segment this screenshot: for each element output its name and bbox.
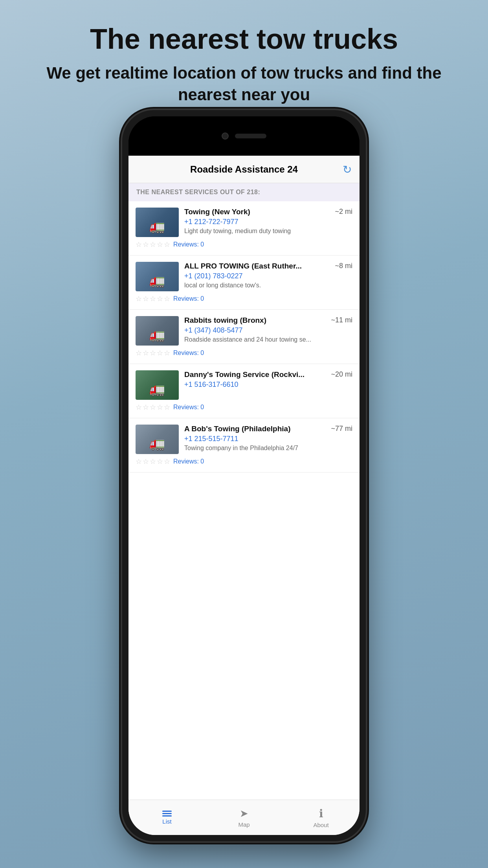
service-phone[interactable]: +1 (201) 783-0227 [184,272,352,280]
star-rating: ☆ ☆ ☆ ☆ ☆ [136,457,170,466]
star-rating: ☆ ☆ ☆ ☆ ☆ [136,294,170,303]
list-item[interactable]: 🚛 ALL PRO TOWING (East Ruther... ~8 mi +… [128,256,360,310]
tab-bar: List ➤ Map ℹ About [128,800,360,835]
phone-inner: Roadside Assistance 24 ↻ THE NEAREST SER… [128,116,360,835]
tab-about-label: About [313,822,328,828]
service-distance: ~77 mi [331,425,352,433]
service-info: Rabbits towing (Bronx) ~11 mi +1 (347) 4… [184,316,352,343]
service-distance: ~8 mi [335,262,352,270]
phone-screen: Roadside Assistance 24 ↻ THE NEAREST SER… [128,156,360,835]
service-image: 🚛 [136,262,179,291]
services-list: 🚛 Towing (New York) ~2 mi +1 212-722-797… [128,201,360,800]
tab-list[interactable]: List [128,811,205,825]
truck-icon: 🚛 [149,219,165,234]
phone-notch [128,116,360,156]
service-main-row: 🚛 Towing (New York) ~2 mi +1 212-722-797… [136,208,352,237]
tab-about[interactable]: ℹ About [283,807,360,828]
service-info: ALL PRO TOWING (East Ruther... ~8 mi +1 … [184,262,352,289]
service-name: Danny's Towing Service (Rockvi... [184,370,328,379]
service-description: Roadside assistance and 24 hour towing s… [184,336,352,343]
speaker [235,134,266,138]
service-info: Towing (New York) ~2 mi +1 212-722-7977 … [184,208,352,235]
service-name-row: Danny's Towing Service (Rockvi... ~20 mi [184,370,352,379]
star-rating: ☆ ☆ ☆ ☆ ☆ [136,349,170,357]
truck-icon: 🚛 [149,382,165,397]
service-main-row: 🚛 Rabbits towing (Bronx) ~11 mi +1 (347)… [136,316,352,346]
phone-frame: Roadside Assistance 24 ↻ THE NEAREST SER… [122,110,366,841]
service-meta: ☆ ☆ ☆ ☆ ☆ Reviews: 0 [136,457,352,466]
service-name-row: A Bob's Towing (Philadelphia) ~77 mi [184,425,352,433]
app-header: Roadside Assistance 24 ↻ [128,156,360,183]
service-name: ALL PRO TOWING (East Ruther... [184,262,332,270]
service-name-row: Towing (New York) ~2 mi [184,208,352,216]
page-title: The nearest tow trucks [31,24,457,55]
reviews-count[interactable]: Reviews: 0 [173,241,204,248]
service-image: 🚛 [136,208,179,237]
tab-map-label: Map [238,821,250,828]
service-image: 🚛 [136,425,179,454]
service-info: Danny's Towing Service (Rockvi... ~20 mi… [184,370,352,390]
service-main-row: 🚛 Danny's Towing Service (Rockvi... ~20 … [136,370,352,400]
service-phone[interactable]: +1 516-317-6610 [184,381,352,389]
nearest-banner: THE NEAREST SERVICES OUT OF 218: [128,183,360,201]
tab-list-label: List [162,818,171,825]
list-item[interactable]: 🚛 Danny's Towing Service (Rockvi... ~20 … [128,364,360,418]
service-description: Light duty towing, medium duty towing [184,228,352,235]
service-main-row: 🚛 A Bob's Towing (Philadelphia) ~77 mi +… [136,425,352,454]
service-distance: ~20 mi [331,370,352,379]
nearest-services-label: THE NEAREST SERVICES OUT OF 218: [136,189,260,195]
star-rating: ☆ ☆ ☆ ☆ ☆ [136,240,170,249]
service-meta: ☆ ☆ ☆ ☆ ☆ Reviews: 0 [136,349,352,357]
reviews-count[interactable]: Reviews: 0 [173,458,204,465]
service-info: A Bob's Towing (Philadelphia) ~77 mi +1 … [184,425,352,452]
refresh-button[interactable]: ↻ [343,163,352,176]
page-header: The nearest tow trucks We get realtime l… [0,0,488,117]
service-phone[interactable]: +1 (347) 408-5477 [184,326,352,335]
service-meta: ☆ ☆ ☆ ☆ ☆ Reviews: 0 [136,403,352,412]
service-name-row: Rabbits towing (Bronx) ~11 mi [184,316,352,325]
truck-icon: 🚛 [149,436,165,451]
service-phone[interactable]: +1 212-722-7977 [184,218,352,226]
service-image: 🚛 [136,370,179,400]
reviews-count[interactable]: Reviews: 0 [173,295,204,302]
tab-map[interactable]: ➤ Map [205,807,283,828]
service-description: Towing company in the Philadelphia 24/7 [184,445,352,452]
service-name-row: ALL PRO TOWING (East Ruther... ~8 mi [184,262,352,270]
service-distance: ~2 mi [335,208,352,216]
app-title: Roadside Assistance 24 [190,164,298,175]
service-distance: ~11 mi [331,316,352,324]
camera [222,132,229,140]
service-name: A Bob's Towing (Philadelphia) [184,425,328,433]
star-rating: ☆ ☆ ☆ ☆ ☆ [136,403,170,412]
truck-icon: 🚛 [149,273,165,288]
about-icon: ℹ [319,807,323,820]
list-item[interactable]: 🚛 Rabbits towing (Bronx) ~11 mi +1 (347)… [128,310,360,364]
reviews-count[interactable]: Reviews: 0 [173,404,204,411]
service-main-row: 🚛 ALL PRO TOWING (East Ruther... ~8 mi +… [136,262,352,291]
truck-icon: 🚛 [149,327,165,342]
service-description: local or long distance tow's. [184,282,352,289]
service-meta: ☆ ☆ ☆ ☆ ☆ Reviews: 0 [136,294,352,303]
service-meta: ☆ ☆ ☆ ☆ ☆ Reviews: 0 [136,240,352,249]
reviews-count[interactable]: Reviews: 0 [173,349,204,357]
service-image: 🚛 [136,316,179,346]
page-subtitle: We get realtime location of tow trucks a… [31,63,457,105]
map-icon: ➤ [240,807,248,820]
service-name: Towing (New York) [184,208,332,216]
service-phone[interactable]: +1 215-515-7711 [184,435,352,443]
list-item[interactable]: 🚛 Towing (New York) ~2 mi +1 212-722-797… [128,201,360,256]
list-icon [162,811,172,817]
list-item[interactable]: 🚛 A Bob's Towing (Philadelphia) ~77 mi +… [128,418,360,473]
service-name: Rabbits towing (Bronx) [184,316,328,325]
